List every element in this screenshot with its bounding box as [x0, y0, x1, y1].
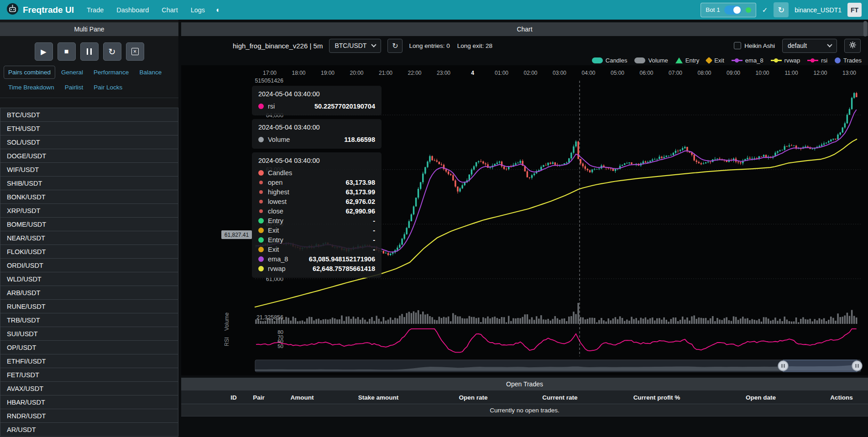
pair-item-wif-usdt[interactable]: WIF/USDT: [0, 162, 178, 177]
open-trades-header: Open Trades: [181, 378, 868, 390]
pair-item-arb-usdt[interactable]: ARB/USDT: [0, 286, 178, 300]
pause-button[interactable]: [80, 42, 99, 61]
tab-balance[interactable]: Balance: [135, 66, 166, 79]
pair-select[interactable]: BTC/USDT: [329, 39, 381, 53]
page-scrollbar-thumb[interactable]: [863, 21, 867, 36]
column-header-open-rate: Open rate: [459, 394, 487, 401]
svg-text:62,000: 62,000: [266, 221, 283, 228]
legend-item-entry[interactable]: Entry: [675, 57, 699, 64]
datazoom-handle-2[interactable]: [852, 361, 862, 371]
bot-selector[interactable]: Bot 1: [701, 3, 756, 17]
pair-item-ethfi-usdt[interactable]: ETHFI/USDT: [0, 354, 178, 368]
tab-pairs-combined[interactable]: Pairs combined: [4, 66, 55, 79]
heikin-ashi-option[interactable]: Heikin Ashi: [734, 42, 775, 49]
rvwap-legend-icon: [771, 57, 782, 63]
plot-config-select[interactable]: default: [782, 39, 837, 53]
chart-toolbar: high_frog_binance_v226 | 5m BTC/USDT ↻ L…: [181, 36, 868, 55]
pair-item-ordi-usdt[interactable]: ORDI/USDT: [0, 258, 178, 272]
avatar[interactable]: FT: [847, 3, 862, 17]
svg-text:19:00: 19:00: [321, 70, 335, 76]
brand[interactable]: Freqtrade UI: [6, 3, 74, 17]
tab-general[interactable]: General: [57, 66, 88, 79]
legend-label: Candles: [606, 57, 627, 64]
stop-button[interactable]: ■: [58, 42, 76, 61]
legend-item-rvwap[interactable]: rvwap: [771, 57, 800, 64]
svg-text:06:00: 06:00: [639, 70, 653, 76]
reload-button[interactable]: ↻: [103, 42, 121, 61]
svg-text:04:00: 04:00: [581, 70, 595, 76]
candlestick-chart[interactable]: 17:0018:0019:0020:0021:0022:0023:00401:0…: [181, 65, 868, 375]
play-button[interactable]: ▶: [35, 42, 53, 61]
datazoom-selected-range[interactable]: [783, 360, 857, 372]
nav-link-logs[interactable]: Logs: [184, 3, 211, 17]
pair-item-bome-usdt[interactable]: BOME/USDT: [0, 217, 178, 231]
svg-text:10:00: 10:00: [755, 70, 769, 76]
clear-chart-button[interactable]: ×: [126, 42, 144, 61]
entry-legend-icon: [675, 57, 683, 63]
pair-item-sui-usdt[interactable]: SUI/USDT: [0, 327, 178, 341]
legend-item-volume[interactable]: Volume: [634, 57, 668, 64]
heikin-ashi-checkbox[interactable]: [734, 42, 741, 49]
svg-text:02:00: 02:00: [523, 70, 537, 76]
pair-item-near-usdt[interactable]: NEAR/USDT: [0, 231, 178, 245]
play-icon: ▶: [41, 47, 46, 56]
nav-link-dashboard[interactable]: Dashboard: [110, 3, 155, 17]
tab-pair-locks[interactable]: Pair Locks: [89, 81, 127, 94]
tab-time-breakdown[interactable]: Time Breakdown: [4, 81, 59, 94]
pair-item-rune-usdt[interactable]: RUNE/USDT: [0, 299, 178, 313]
pair-item-rndr-usdt[interactable]: RNDR/USDT: [0, 409, 178, 423]
navbar: Freqtrade UI TradeDashboardChartLogs ◐ B…: [0, 0, 868, 20]
legend-item-trades[interactable]: Trades: [835, 57, 862, 64]
pair-item-eth-usdt[interactable]: ETH/USDT: [0, 121, 178, 135]
nav-link-chart[interactable]: Chart: [155, 3, 184, 17]
legend-item-ema-8[interactable]: ema_8: [732, 57, 763, 64]
nav-link-trade[interactable]: Trade: [80, 3, 110, 17]
sidebar-tabs: Pairs combinedGeneralPerformanceBalanceT…: [0, 63, 178, 98]
bot-toggle[interactable]: [724, 5, 742, 15]
trades-legend-icon: [835, 57, 841, 63]
chart-canvas[interactable]: 17:0018:0019:0020:0021:0022:0023:00401:0…: [181, 65, 868, 375]
multi-pane-sidebar: Multi Pane ▶ ■ ↻ × Pairs combinedGeneral…: [0, 20, 178, 437]
pair-list: BTC/USDTETH/USDTSOL/USDTDOGE/USDTWIF/USD…: [0, 98, 178, 437]
datazoom-slider[interactable]: [255, 360, 862, 372]
pair-item-doge-usdt[interactable]: DOGE/USDT: [0, 149, 178, 163]
pair-item-avax-usdt[interactable]: AVAX/USDT: [0, 381, 178, 395]
theme-toggle-icon[interactable]: ◐: [211, 4, 225, 16]
svg-text:64,000: 64,000: [266, 112, 283, 119]
tab-performance[interactable]: Performance: [89, 66, 133, 79]
svg-text:01:00: 01:00: [495, 70, 508, 76]
svg-text:61,000: 61,000: [266, 276, 283, 282]
legend-item-rsi[interactable]: rsi: [807, 57, 827, 64]
svg-text:Volume: Volume: [224, 312, 230, 331]
pair-item-hbar-usdt[interactable]: HBAR/USDT: [0, 395, 178, 409]
long-entries-count: Long entries: 0: [409, 42, 450, 49]
pair-item-trb-usdt[interactable]: TRB/USDT: [0, 313, 178, 327]
svg-text:18:00: 18:00: [292, 70, 305, 76]
reload-bot-button[interactable]: ↻: [774, 2, 789, 17]
pair-item-fet-usdt[interactable]: FET/USDT: [0, 368, 178, 382]
pair-item-sol-usdt[interactable]: SOL/USDT: [0, 135, 178, 149]
svg-text:08:00: 08:00: [697, 70, 711, 76]
pair-item-ar-usdt[interactable]: AR/USDT: [0, 422, 178, 437]
pair-item-shib-usdt[interactable]: SHIB/USDT: [0, 176, 178, 190]
plot-settings-button[interactable]: [844, 39, 861, 53]
pair-item-floki-usdt[interactable]: FLOKI/USDT: [0, 245, 178, 259]
pair-item-btc-usdt[interactable]: BTC/USDT: [0, 108, 178, 122]
legend-item-candles[interactable]: Candles: [592, 57, 627, 64]
svg-text:21,325856: 21,325856: [256, 314, 283, 321]
column-header-id: ID: [230, 394, 237, 401]
tab-pairlist[interactable]: Pairlist: [60, 81, 88, 94]
candle-wicks-down: [261, 92, 857, 256]
ema-8-legend-icon: [732, 57, 743, 63]
datazoom-handle-1[interactable]: [778, 361, 788, 371]
refresh-icon: ↻: [392, 42, 398, 50]
legend-item-exit[interactable]: Exit: [706, 57, 724, 64]
chart-refresh-button[interactable]: ↻: [387, 39, 403, 53]
volume-legend-icon: [634, 57, 645, 63]
pair-item-wld-usdt[interactable]: WLD/USDT: [0, 272, 178, 286]
freqtrade-logo-icon: [6, 3, 19, 17]
pair-item-op-usdt[interactable]: OP/USDT: [0, 340, 178, 354]
ema-8-line: [256, 109, 857, 252]
pair-item-bonk-usdt[interactable]: BONK/USDT: [0, 190, 178, 204]
pair-item-xrp-usdt[interactable]: XRP/USDT: [0, 203, 178, 218]
